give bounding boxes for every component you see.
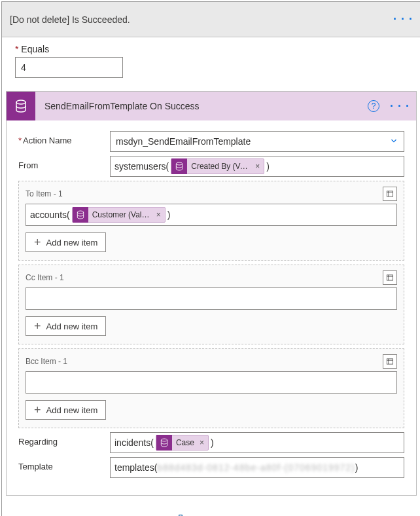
dataverse-icon bbox=[7, 92, 35, 120]
help-icon[interactable]: ? bbox=[368, 100, 379, 112]
bcc-input[interactable] bbox=[26, 371, 397, 394]
svg-point-3 bbox=[77, 211, 83, 213]
switch-mode-button[interactable] bbox=[383, 187, 397, 201]
svg-point-1 bbox=[177, 162, 183, 165]
to-token[interactable]: Customer (Valu… × bbox=[72, 207, 166, 223]
parent-more-icon[interactable]: · · · bbox=[393, 12, 413, 26]
parent-action-header[interactable]: [Do not delete] Is Succeeded. · · · bbox=[2, 2, 420, 37]
to-item-group: To Item - 1 accounts( Customer (Valu… × … bbox=[18, 181, 404, 261]
regarding-suffix: ) bbox=[211, 437, 214, 448]
parent-action-title: [Do not delete] Is Succeeded. bbox=[10, 14, 393, 25]
template-masked-value: b88d483d-0812-48be-a80f-(07069019972) bbox=[157, 462, 355, 473]
row-regarding: Regarding incidents( Case × ) bbox=[18, 432, 404, 453]
template-input[interactable]: templates( b88d483d-0812-48be-a80f-(0706… bbox=[110, 457, 404, 478]
row-from: From systemusers( Created By (Val… × ) bbox=[18, 156, 404, 177]
svg-rect-5 bbox=[387, 359, 393, 364]
from-input[interactable]: systemusers( Created By (Val… × ) bbox=[110, 156, 404, 177]
svg-point-6 bbox=[161, 439, 167, 441]
to-input[interactable]: accounts( Customer (Valu… × ) bbox=[26, 204, 397, 226]
sendemail-card-header[interactable]: SendEmailFromTemplate On Success ? · · · bbox=[7, 92, 416, 120]
bcc-add-item-button[interactable]: +Add new item bbox=[26, 400, 106, 420]
regarding-token-label: Case bbox=[176, 438, 194, 447]
template-label: Template bbox=[18, 457, 110, 471]
row-action-name: Action Name msdyn_SendEmailFromTemplate bbox=[18, 131, 404, 152]
svg-point-0 bbox=[16, 100, 26, 104]
equals-label: Equals bbox=[15, 44, 408, 54]
to-token-label: Customer (Valu… bbox=[92, 210, 151, 219]
svg-rect-2 bbox=[387, 191, 393, 196]
to-item-label: To Item - 1 bbox=[26, 189, 383, 198]
sendemail-card-title: SendEmailFromTemplate On Success bbox=[35, 101, 368, 111]
plus-icon: + bbox=[34, 320, 41, 333]
regarding-input[interactable]: incidents( Case × ) bbox=[110, 432, 404, 453]
add-item-label: Add new item bbox=[46, 405, 98, 415]
card-more-icon[interactable]: · · · bbox=[390, 100, 410, 113]
to-suffix: ) bbox=[167, 210, 171, 220]
from-suffix: ) bbox=[266, 161, 270, 172]
add-item-label: Add new item bbox=[46, 238, 98, 248]
from-prefix: systemusers( bbox=[114, 161, 169, 172]
switch-mode-button[interactable] bbox=[383, 270, 397, 285]
switch-mode-button[interactable] bbox=[383, 354, 397, 369]
action-name-value: msdyn_SendEmailFromTemplate bbox=[116, 136, 251, 147]
action-name-select[interactable]: msdyn_SendEmailFromTemplate bbox=[110, 131, 404, 152]
equals-input[interactable] bbox=[15, 57, 123, 78]
plus-icon: + bbox=[34, 403, 41, 417]
from-label: From bbox=[18, 156, 110, 170]
regarding-token[interactable]: Case × bbox=[156, 435, 209, 451]
sendemail-card: SendEmailFromTemplate On Success ? · · ·… bbox=[6, 91, 417, 496]
remove-token-icon[interactable]: × bbox=[255, 162, 260, 171]
bcc-item-label: Bcc Item - 1 bbox=[26, 357, 383, 366]
from-token-label: Created By (Val… bbox=[191, 162, 250, 171]
chevron-down-icon bbox=[389, 136, 398, 147]
regarding-label: Regarding bbox=[18, 432, 110, 447]
action-name-label: Action Name bbox=[18, 131, 110, 145]
remove-token-icon[interactable]: × bbox=[156, 210, 161, 219]
add-action-button[interactable]: Add an action bbox=[2, 500, 420, 516]
bcc-item-group: Bcc Item - 1 +Add new item bbox=[18, 348, 404, 428]
template-suffix: ) bbox=[355, 462, 359, 473]
dataverse-icon bbox=[171, 158, 187, 174]
remove-token-icon[interactable]: × bbox=[200, 438, 204, 447]
dataverse-icon bbox=[73, 207, 88, 223]
template-prefix: templates( bbox=[114, 462, 157, 473]
row-template: Template templates( b88d483d-0812-48be-a… bbox=[18, 457, 404, 478]
dataverse-icon bbox=[156, 435, 172, 451]
cc-item-group: Cc Item - 1 +Add new item bbox=[18, 265, 404, 344]
action-card-container: [Do not delete] Is Succeeded. · · · Equa… bbox=[1, 1, 420, 516]
plus-icon: + bbox=[34, 236, 41, 249]
cc-item-label: Cc Item - 1 bbox=[26, 273, 383, 282]
add-item-label: Add new item bbox=[46, 322, 98, 331]
equals-section: Equals bbox=[2, 37, 420, 84]
cc-add-item-button[interactable]: +Add new item bbox=[26, 316, 106, 336]
from-token[interactable]: Created By (Val… × bbox=[171, 158, 264, 174]
sendemail-card-body: Action Name msdyn_SendEmailFromTemplate … bbox=[7, 120, 416, 495]
cc-input[interactable] bbox=[26, 287, 397, 310]
to-prefix: accounts( bbox=[30, 210, 70, 220]
regarding-prefix: incidents( bbox=[114, 437, 154, 448]
svg-rect-4 bbox=[387, 275, 393, 280]
to-add-item-button[interactable]: +Add new item bbox=[26, 232, 106, 252]
